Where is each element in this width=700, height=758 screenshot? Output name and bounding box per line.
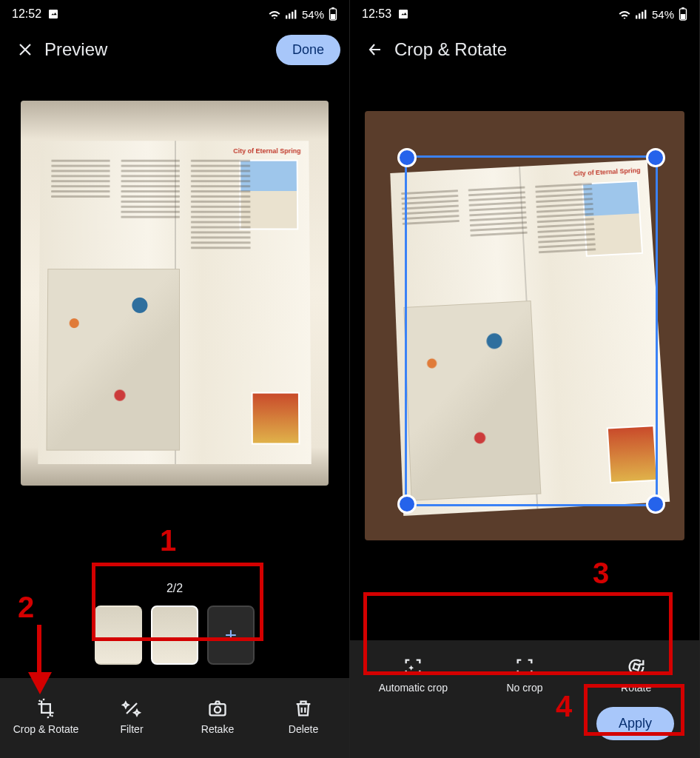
svg-rect-3 — [292, 12, 293, 19]
auto-crop-label: Automatic crop — [379, 682, 448, 694]
status-bar: 12:53 54% — [350, 0, 699, 28]
crop-rotate-icon — [36, 698, 56, 719]
crop-header: Crop & Rotate — [350, 28, 699, 71]
crop-image-area: City of Eternal Spring — [350, 71, 699, 640]
back-arrow-icon — [366, 41, 384, 58]
phone-right: 12:53 54% Crop & Rotate City of Eternal … — [350, 0, 700, 758]
preview-header: Preview Done — [0, 28, 349, 71]
toolbar-crop-rotate[interactable]: Crop & Rotate — [5, 698, 87, 735]
option-no-crop[interactable]: No crop — [484, 657, 565, 694]
preview-image-area: City of Eternal Spring — [0, 71, 349, 577]
svg-rect-1 — [286, 16, 287, 19]
svg-rect-15 — [645, 10, 646, 19]
page-counter: 2/2 — [0, 582, 349, 595]
crop-frame[interactable] — [405, 155, 658, 506]
option-rotate[interactable]: Rotate — [596, 657, 677, 694]
trash-icon — [293, 698, 314, 719]
crop-panel: Automatic crop No crop Rotate Apply — [350, 640, 699, 758]
battery-icon — [329, 7, 337, 21]
toolbar-retake[interactable]: Retake — [177, 698, 258, 735]
toolbar-delete-label: Delete — [289, 723, 318, 735]
close-button[interactable] — [9, 33, 41, 66]
svg-rect-2 — [289, 13, 290, 19]
filter-icon — [121, 698, 142, 719]
signal-icon — [636, 9, 647, 19]
svg-rect-4 — [295, 10, 296, 19]
plus-icon: + — [225, 623, 237, 647]
signal-icon — [286, 9, 297, 19]
status-battery-pct: 54% — [652, 8, 674, 21]
option-automatic-crop[interactable]: Automatic crop — [372, 657, 454, 694]
rotate-label: Rotate — [621, 682, 651, 694]
svg-rect-14 — [642, 12, 643, 19]
no-crop-label: No crop — [506, 682, 542, 694]
crop-handle-bl[interactable] — [397, 494, 417, 514]
media-icon — [47, 8, 59, 20]
svg-rect-8 — [210, 704, 226, 715]
media-icon — [397, 8, 409, 20]
status-time: 12:52 — [12, 7, 41, 21]
crop-handle-tr[interactable] — [646, 148, 665, 167]
preview-title: Preview — [41, 39, 276, 60]
status-bar: 12:52 54% — [0, 0, 349, 28]
toolbar-retake-label: Retake — [201, 723, 234, 735]
thumbnail-2[interactable] — [151, 606, 198, 665]
wifi-icon — [618, 9, 631, 19]
crop-options-row: Automatic crop No crop Rotate — [357, 651, 692, 707]
thumbnail-1[interactable] — [95, 606, 142, 665]
crop-handle-br[interactable] — [646, 494, 665, 514]
apply-button[interactable]: Apply — [596, 707, 674, 740]
crop-handle-tl[interactable] — [397, 148, 417, 167]
toolbar-delete[interactable]: Delete — [263, 698, 344, 735]
svg-rect-18 — [682, 7, 684, 9]
crop-title: Crop & Rotate — [391, 39, 690, 60]
book-heading: City of Eternal Spring — [233, 147, 300, 155]
wifi-icon — [268, 9, 281, 19]
svg-rect-6 — [331, 14, 335, 19]
svg-point-9 — [215, 707, 221, 713]
camera-icon — [207, 698, 228, 719]
scan-preview[interactable]: City of Eternal Spring — [21, 101, 329, 486]
close-icon — [16, 41, 34, 58]
svg-rect-12 — [636, 16, 637, 19]
crop-scan-preview[interactable]: City of Eternal Spring — [365, 111, 684, 540]
svg-rect-19 — [633, 664, 639, 671]
done-button[interactable]: Done — [276, 35, 340, 65]
svg-rect-13 — [639, 13, 640, 19]
thumbnail-add[interactable]: + — [207, 606, 255, 665]
status-time: 12:53 — [362, 7, 391, 21]
no-crop-icon — [514, 657, 535, 677]
preview-toolbar: Crop & Rotate Filter Retake Delete — [0, 678, 349, 758]
rotate-icon — [626, 657, 647, 677]
svg-rect-7 — [332, 7, 334, 9]
toolbar-filter-label: Filter — [120, 723, 143, 735]
status-battery-pct: 54% — [302, 8, 324, 21]
toolbar-filter[interactable]: Filter — [91, 698, 172, 735]
phone-left: 12:52 54% Preview Done City of Eternal S… — [0, 0, 350, 758]
battery-icon — [679, 7, 687, 21]
toolbar-crop-label: Crop & Rotate — [13, 723, 79, 735]
svg-rect-17 — [681, 14, 685, 19]
auto-crop-icon — [403, 657, 423, 677]
back-button[interactable] — [359, 33, 391, 66]
thumbnail-row: + — [0, 595, 349, 678]
